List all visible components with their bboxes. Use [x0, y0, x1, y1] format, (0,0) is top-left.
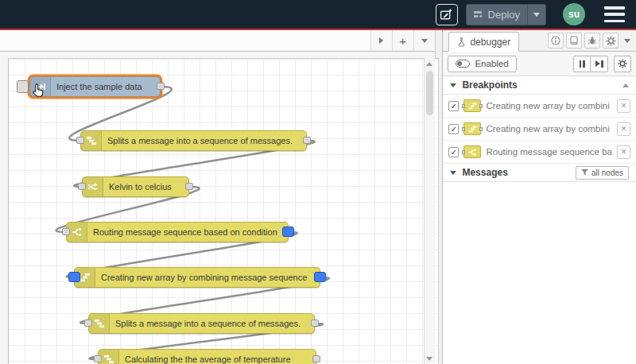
sidebar-tabbar: debugger: [443, 30, 636, 52]
sidebar-options-caret[interactable]: [621, 39, 633, 43]
breakpoint-label: Creating new array by combini: [486, 101, 612, 110]
debugger-tab-icon: [457, 37, 466, 47]
check-icon: ✓: [451, 148, 457, 157]
enabled-label: Enabled: [475, 59, 508, 68]
app-header: Deploy su: [0, 0, 636, 29]
hamburger-menu-icon[interactable]: [604, 6, 625, 22]
breakpoint-checkbox[interactable]: ✓: [448, 124, 459, 134]
close-icon: ×: [621, 123, 626, 134]
breakpoints-section-header[interactable]: Breakpoints: [443, 76, 636, 95]
breakpoint-checkbox[interactable]: ✓: [448, 147, 459, 157]
breakpoint-row[interactable]: ✓ Creating new array by combini ×: [443, 118, 636, 141]
filter-funnel-icon: [581, 169, 588, 176]
book-icon[interactable]: [566, 33, 582, 48]
node-output-port[interactable]: [185, 183, 193, 190]
close-icon: ×: [621, 146, 626, 157]
remove-breakpoint-button[interactable]: ×: [617, 99, 630, 113]
sidebar-scroll-up-icon[interactable]: [622, 83, 629, 87]
gear-icon: [618, 59, 627, 68]
remove-breakpoint-button[interactable]: ×: [617, 122, 630, 136]
node-label: Splits a message into a sequence of mess…: [110, 319, 307, 328]
node-output-port[interactable]: [303, 137, 311, 144]
deploy-options-caret[interactable]: [528, 5, 545, 25]
message-filter-button[interactable]: all nodes: [576, 166, 629, 180]
pause-icon: [580, 60, 585, 68]
section-title: Messages: [462, 167, 507, 178]
node-input-port[interactable]: [84, 319, 92, 327]
add-flow-button[interactable]: +: [392, 30, 413, 51]
breakpoint-marker-input[interactable]: [68, 272, 80, 282]
user-avatar[interactable]: su: [563, 3, 585, 25]
step-button[interactable]: [591, 56, 608, 72]
flow-node-join[interactable]: Creating new array by combining message …: [74, 267, 320, 288]
flow-list-button[interactable]: [413, 30, 435, 51]
cursor-icon: [31, 83, 45, 101]
gear-icon[interactable]: [603, 33, 619, 48]
flow-node-switch[interactable]: Routing message sequence based on condit…: [66, 222, 289, 242]
node-label: Inject the sample data: [51, 82, 149, 91]
flow-node-function[interactable]: Calculating the the average of temperatu…: [98, 349, 316, 364]
node-output-port[interactable]: [157, 83, 165, 90]
chevron-down-icon: [450, 171, 456, 175]
filter-label: all nodes: [591, 168, 623, 177]
check-icon: ✓: [451, 125, 457, 134]
messages-empty-area: [443, 182, 636, 364]
assistant-button[interactable]: [436, 4, 458, 25]
breakpoint-row[interactable]: ✓ Creating new array by combini ×: [443, 95, 636, 118]
breakpoint-label: Creating new array by combini: [486, 124, 612, 134]
info-icon[interactable]: [548, 33, 564, 48]
sidebar: debugger: [443, 30, 636, 364]
step-icon: [595, 60, 603, 68]
remove-breakpoint-button[interactable]: ×: [617, 145, 630, 159]
switch-icon: [463, 145, 481, 158]
section-title: Breakpoints: [462, 79, 517, 91]
plus-icon: +: [399, 34, 406, 48]
bug-icon[interactable]: [584, 33, 600, 48]
node-input-port[interactable]: [94, 355, 102, 362]
deploy-label: Deploy: [488, 9, 520, 21]
breakpoint-checkbox[interactable]: ✓: [448, 101, 459, 111]
tab-debugger[interactable]: debugger: [448, 32, 519, 52]
join-icon: [463, 122, 481, 135]
flow-node-function[interactable]: Kelvin to celcius: [82, 176, 189, 197]
messages-section-header[interactable]: Messages all nodes: [443, 164, 636, 182]
debugger-settings-button[interactable]: [614, 56, 631, 72]
debugger-toolbar: Enabled: [443, 52, 636, 76]
node-label: Kelvin to celcius: [103, 182, 178, 192]
flow-node-split[interactable]: Splits a message into a sequence of mess…: [88, 313, 315, 334]
flow-node-inject[interactable]: Inject the sample data: [29, 76, 161, 97]
edit-sparkle-icon: [440, 8, 453, 21]
workspace-tabbar: +: [0, 30, 435, 52]
deploy-button[interactable]: Deploy: [466, 4, 546, 25]
node-input-port[interactable]: [76, 137, 84, 144]
close-icon: ×: [621, 100, 626, 111]
breakpoint-label: Routing message sequence ba: [486, 147, 612, 157]
node-label: Splits a message into a sequence of mess…: [102, 136, 299, 145]
enabled-toggle-button[interactable]: Enabled: [448, 56, 516, 72]
main-area: +: [0, 30, 636, 364]
deploy-icon: [473, 10, 483, 20]
avatar-initials: su: [568, 9, 580, 20]
node-label: Calculating the the average of temperatu…: [119, 354, 297, 364]
toggle-icon: [456, 60, 470, 68]
join-icon: [463, 99, 481, 112]
node-output-port[interactable]: [312, 355, 320, 362]
scroll-tabs-right-button[interactable]: [370, 30, 392, 51]
pause-button[interactable]: [573, 56, 591, 72]
node-output-port[interactable]: [311, 319, 319, 327]
check-icon: ✓: [451, 102, 457, 110]
breakpoint-row[interactable]: ✓ Routing message sequence ba ×: [443, 141, 636, 164]
breakpoint-marker-output[interactable]: [282, 227, 294, 237]
node-label: Creating new array by combining message …: [95, 273, 313, 282]
node-label: Routing message sequence based on condit…: [87, 227, 284, 237]
node-input-port[interactable]: [62, 228, 70, 235]
breakpoint-marker-output[interactable]: [314, 272, 326, 282]
tab-label: debugger: [470, 37, 510, 48]
flow-node-split[interactable]: Splits a message into a sequence of mess…: [80, 130, 307, 151]
chevron-down-icon: [450, 83, 456, 87]
flow-canvas[interactable]: Inject the sample data Splits a message …: [8, 58, 439, 364]
workspace: +: [0, 30, 435, 364]
canvas-viewport: Inject the sample data Splits a message …: [0, 52, 435, 364]
inject-trigger-button[interactable]: [17, 80, 29, 93]
node-input-port[interactable]: [78, 183, 86, 190]
